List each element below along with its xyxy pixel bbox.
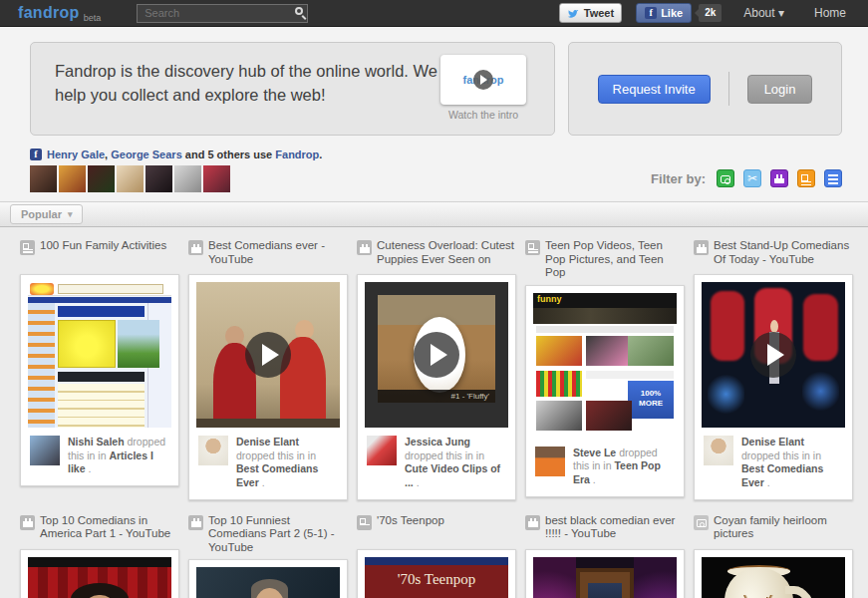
- filter-text-icon[interactable]: [824, 169, 842, 187]
- card-title-link[interactable]: Cuteness Overload: Cutest Puppies Ever S…: [357, 239, 516, 269]
- watch-intro-label[interactable]: Watch the intro: [440, 109, 526, 121]
- video-caption: #1 - 'Fluffy': [378, 390, 495, 403]
- play-icon[interactable]: [473, 70, 493, 90]
- fandrop-logo[interactable]: fandrop: [18, 4, 80, 22]
- card-thumbnail[interactable]: [702, 282, 845, 428]
- card-title-text: Top 10 Comedians in America Part 1 - You…: [40, 514, 179, 544]
- video-type-icon: [188, 240, 203, 255]
- drop-card: Coyan family heirloom pictures: [694, 514, 853, 598]
- text-middle: and 5 others use: [182, 149, 276, 160]
- dropper-avatar[interactable]: [367, 436, 397, 465]
- video-type-icon: [525, 515, 540, 530]
- card-thumbnail[interactable]: [196, 567, 340, 598]
- hero-auth-panel: Request Invite Login: [568, 42, 842, 136]
- card-body: [525, 549, 685, 598]
- card-thumbnail[interactable]: [702, 557, 845, 598]
- card-thumbnail[interactable]: [28, 282, 171, 428]
- filter-clips-icon[interactable]: ✂: [743, 169, 761, 187]
- photo-type-icon: [694, 515, 709, 530]
- collection-link[interactable]: Best Comedians Ever: [236, 462, 318, 488]
- filter-articles-icon[interactable]: [797, 169, 815, 187]
- video-type-icon: [188, 515, 203, 530]
- dropper-avatar[interactable]: [30, 436, 60, 465]
- tweet-label: Tweet: [584, 7, 614, 19]
- card-thumbnail[interactable]: funny 100% MORE: [533, 293, 677, 439]
- text-period: .: [417, 476, 420, 488]
- drop-card: '70s Teenpop '70s Teenpop: [357, 514, 516, 598]
- card-thumbnail[interactable]: #1 - 'Fluffy': [365, 282, 508, 428]
- search-box: [137, 3, 308, 23]
- card-title-text: Top 10 Funniest Comedians Part 2 (5-1) -…: [208, 514, 348, 555]
- card-title-link[interactable]: best black comedian ever !!!!! - YouTube: [525, 514, 685, 544]
- intro-video[interactable]: fandrop Watch the intro: [440, 55, 526, 121]
- intro-video-thumbnail[interactable]: fandrop: [440, 55, 526, 105]
- nav-about[interactable]: About ▾: [735, 6, 792, 20]
- card-title-link[interactable]: Teen Pop Videos, Teen Pop Pictures, and …: [525, 239, 685, 280]
- card-thumbnail[interactable]: [28, 557, 171, 598]
- request-invite-button[interactable]: Request Invite: [598, 75, 711, 104]
- hero-tagline-panel: Fandrop is the discovery hub of the onli…: [30, 42, 555, 136]
- drop-card: 100 Fun Family Activities Nishi Saleh dr…: [20, 239, 179, 500]
- dropper-name[interactable]: Denise Elant: [741, 436, 804, 448]
- tweet-button[interactable]: Tweet: [559, 3, 622, 23]
- search-input[interactable]: [137, 4, 308, 23]
- facebook-like-widget: f Like 2k: [636, 3, 722, 23]
- dropper-name[interactable]: Denise Elant: [236, 436, 299, 448]
- dropped-by-text: Denise Elant dropped this in in Best Com…: [741, 436, 843, 490]
- card-footer: Denise Elant dropped this in in Best Com…: [196, 428, 340, 492]
- play-icon[interactable]: [245, 332, 291, 378]
- search-icon[interactable]: [295, 7, 303, 15]
- card-title-link[interactable]: '70s Teenpop: [357, 514, 516, 544]
- login-button[interactable]: Login: [747, 75, 813, 104]
- sort-toolbar: Popular ▾: [0, 201, 868, 227]
- card-body: funny 100% MORE Steve Le dropped this in…: [525, 285, 685, 497]
- friend-avatar[interactable]: [59, 165, 86, 192]
- play-icon[interactable]: [414, 332, 459, 378]
- text-period: .: [319, 149, 322, 160]
- friend-avatar[interactable]: [174, 165, 201, 192]
- like-button[interactable]: f Like: [636, 3, 692, 23]
- drop-card: best black comedian ever !!!!! - YouTube: [525, 514, 685, 598]
- play-icon[interactable]: [750, 332, 796, 378]
- friend-avatar[interactable]: [203, 165, 230, 192]
- card-title-text: '70s Teenpop: [377, 514, 444, 544]
- filter-photos-icon[interactable]: [717, 169, 734, 187]
- dropper-avatar[interactable]: [704, 436, 733, 465]
- text-period: .: [262, 476, 265, 488]
- card-title-link[interactable]: 100 Fun Family Activities: [20, 239, 179, 269]
- card-thumbnail[interactable]: '70s Teenpop: [365, 557, 508, 598]
- dropper-avatar[interactable]: [198, 436, 228, 465]
- friend-avatar[interactable]: [145, 165, 172, 192]
- action-text: dropped this in: [236, 449, 305, 461]
- friend-link[interactable]: Henry Gale: [47, 149, 105, 160]
- dropper-name[interactable]: Steve Le: [573, 447, 616, 458]
- card-title-text: Best Comedians ever - YouTube: [208, 239, 348, 269]
- card-title-link[interactable]: Top 10 Funniest Comedians Part 2 (5-1) -…: [188, 514, 348, 555]
- friend-avatar[interactable]: [30, 165, 57, 192]
- card-title-link[interactable]: Best Comedians ever - YouTube: [188, 239, 348, 269]
- collection-link[interactable]: Best Comedians Ever: [741, 462, 823, 488]
- popular-sort-dropdown[interactable]: Popular ▾: [10, 204, 83, 224]
- card-thumbnail[interactable]: [533, 557, 677, 598]
- friend-avatar[interactable]: [88, 165, 115, 192]
- filter-videos-icon[interactable]: [770, 169, 788, 187]
- article-type-icon: [20, 240, 35, 255]
- facebook-icon: f: [645, 7, 657, 19]
- social-filter-row: f Henry Gale, George Sears and 5 others …: [30, 149, 842, 192]
- dropper-name[interactable]: Nishi Saleh: [68, 436, 125, 448]
- dropper-name[interactable]: Jessica Jung: [405, 436, 470, 448]
- friend-link[interactable]: George Sears: [111, 149, 182, 160]
- card-title-link[interactable]: Top 10 Comedians in America Part 1 - You…: [20, 514, 179, 544]
- card-footer: Jessica Jung dropped this in in Cute Vid…: [365, 428, 508, 492]
- text-period: .: [593, 473, 596, 485]
- nav-home[interactable]: Home: [806, 6, 854, 20]
- dropper-avatar[interactable]: [535, 447, 565, 476]
- friend-avatar[interactable]: [117, 165, 144, 192]
- card-title-link[interactable]: Coyan family heirloom pictures: [694, 514, 853, 544]
- action-text: dropped this in: [741, 449, 810, 461]
- drop-card: Top 10 Comedians in America Part 1 - You…: [20, 514, 179, 598]
- brand-link[interactable]: Fandrop: [275, 149, 319, 160]
- dropped-by-text: Steve Le dropped this in in Teen Pop Era…: [573, 447, 675, 487]
- card-thumbnail[interactable]: [196, 282, 340, 428]
- card-title-link[interactable]: Best Stand-Up Comedians Of Today - YouTu…: [694, 239, 853, 269]
